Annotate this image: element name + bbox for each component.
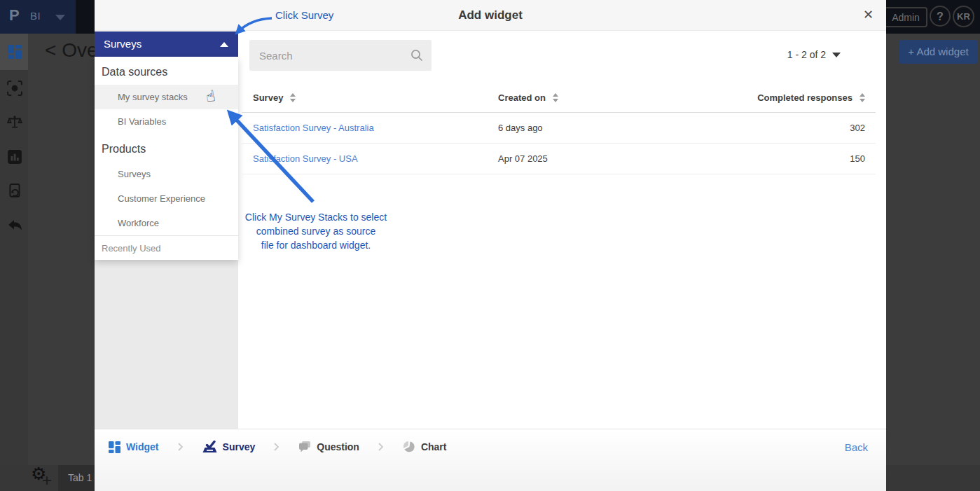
sort-icon — [553, 93, 558, 102]
back-button[interactable]: Back — [845, 441, 868, 453]
pagination-dropdown[interactable]: 1 - 2 of 2 — [787, 49, 841, 60]
created-on-value: 6 days ago — [498, 123, 709, 133]
dashboard-grid-icon — [7, 44, 22, 60]
section-heading-data-sources: Data sources — [95, 57, 238, 85]
wizard-step-question[interactable]: Question — [298, 441, 359, 452]
wizard-step-survey[interactable]: Survey — [202, 441, 256, 453]
dropdown-item-my-survey-stacks[interactable]: My survey stacks — [95, 85, 238, 109]
widget-grid-icon — [109, 441, 120, 453]
brand-logo: P — [9, 6, 20, 25]
modal-title: Add widget — [95, 8, 886, 22]
page-title: < Ove — [45, 39, 97, 62]
table-header-row: Survey Created on Completed responses — [242, 83, 876, 113]
question-bubble-icon — [298, 441, 311, 452]
dropdown-item-recently-used[interactable]: Recently Used — [95, 235, 238, 260]
chevron-up-icon — [220, 42, 228, 47]
add-widget-modal: Add widget ✕ Surveys Data sources My sur… — [95, 0, 886, 491]
created-on-value: Apr 07 2025 — [498, 153, 709, 164]
chevron-right-icon — [178, 443, 184, 451]
admin-button[interactable]: Admin — [884, 7, 927, 27]
document-sync-icon[interactable] — [7, 184, 22, 199]
survey-table: Survey Created on Completed responses Sa… — [242, 83, 876, 174]
search-input[interactable] — [249, 40, 432, 71]
annotation-click-survey: Click Survey — [275, 9, 333, 21]
search-icon — [410, 49, 423, 62]
chart-box-icon[interactable] — [7, 149, 22, 165]
survey-link-usa[interactable]: Satisfaction Survey - USA — [253, 153, 358, 164]
table-row: Satisfaction Survey - USA Apr 07 2025 15… — [242, 144, 876, 174]
dropdown-item-customer-experience[interactable]: Customer Experience — [95, 186, 238, 211]
dropdown-item-surveys[interactable]: Surveys — [95, 162, 238, 186]
rail-item-dashboards[interactable] — [0, 34, 28, 70]
dropdown-item-bi-variables[interactable]: BI Variables — [95, 109, 238, 134]
survey-link-australia[interactable]: Satisfaction Survey - Australia — [253, 123, 374, 133]
table-row: Satisfaction Survey - Australia 6 days a… — [242, 113, 876, 144]
chevron-down-icon — [55, 15, 65, 20]
add-tab-button[interactable]: + — [42, 471, 52, 490]
tab-1[interactable]: Tab 1 — [58, 465, 95, 491]
left-icon-rail — [0, 34, 28, 491]
sort-icon — [860, 93, 865, 102]
close-icon[interactable]: ✕ — [863, 8, 874, 22]
avatar[interactable]: KR — [953, 6, 974, 27]
workspace-label: BI — [30, 10, 41, 22]
pagination-label: 1 - 2 of 2 — [787, 49, 826, 60]
column-header-created-on[interactable]: Created on — [498, 92, 709, 103]
help-button[interactable]: ? — [930, 6, 951, 27]
undo-icon[interactable] — [7, 218, 22, 233]
search-box — [249, 40, 432, 71]
chevron-down-icon — [832, 53, 841, 57]
dropdown-item-workforce[interactable]: Workforce — [95, 211, 238, 235]
scan-icon[interactable] — [7, 81, 22, 96]
source-dropdown-label: Surveys — [104, 38, 142, 50]
ballot-check-icon — [202, 441, 217, 453]
wizard-steps: Widget Survey Question — [109, 441, 446, 453]
pie-chart-icon — [403, 441, 415, 453]
sort-icon — [290, 93, 296, 102]
column-header-survey[interactable]: Survey — [253, 92, 498, 103]
annotation-note: Click My Survey Stacks to select combine… — [231, 210, 401, 252]
balance-scale-icon[interactable] — [7, 115, 22, 130]
chevron-right-icon — [274, 443, 279, 451]
column-header-completed-responses[interactable]: Completed responses — [709, 92, 865, 103]
completed-responses-value: 150 — [709, 153, 865, 164]
wizard-step-widget[interactable]: Widget — [109, 441, 159, 453]
chevron-right-icon — [378, 443, 384, 451]
workspace-switcher[interactable]: P BI — [0, 0, 76, 34]
add-widget-button[interactable]: + Add widget — [899, 40, 978, 64]
wizard-footer: Widget Survey Question — [95, 429, 886, 491]
section-heading-products: Products — [95, 134, 238, 162]
modal-header: Add widget ✕ — [95, 0, 886, 31]
source-dropdown-header[interactable]: Surveys — [95, 32, 238, 57]
completed-responses-value: 302 — [709, 123, 865, 133]
source-dropdown-panel: Data sources My survey stacks BI Variabl… — [95, 57, 238, 260]
wizard-step-chart[interactable]: Chart — [403, 441, 447, 453]
